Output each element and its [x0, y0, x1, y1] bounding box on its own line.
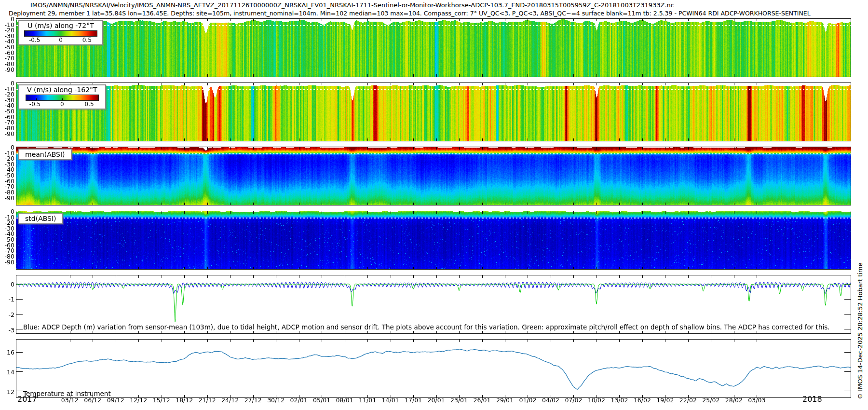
adcp-summary-figure: IMOS/ANMN/NRS/NRSKAI/Velocity/IMOS_ANMN-…: [0, 0, 868, 410]
temperature-panel: Temperature at instrument: [16, 339, 851, 398]
x-tick-label: 25/02: [702, 396, 719, 404]
mean-absi-label: mean(ABSI): [18, 149, 72, 160]
x-tick-label: 19/02: [656, 396, 674, 404]
colorbar-tick-label: 0: [60, 101, 64, 108]
x-tick-label: 09/12: [107, 396, 124, 404]
x-tick-label: 03/12: [61, 396, 79, 404]
colorbar-tick-label: 0: [59, 37, 63, 43]
colorbar-tickmark: [36, 98, 37, 100]
y-tick-label: -90: [0, 130, 14, 137]
y-tick-label: -1: [0, 296, 14, 303]
x-tick-label: 17/01: [405, 396, 422, 404]
v-colorbar-legend: V (m/s) along -162°T -0.5 0 0.5: [18, 84, 106, 109]
v-colorbar-ticklabels: -0.5 0 0.5: [24, 101, 100, 108]
v-velocity-panel: V (m/s) along -162°T -0.5 0 0.5: [16, 82, 851, 141]
y-tick-label: -90: [0, 194, 14, 201]
v-velocity-heatmap: [16, 83, 851, 141]
x-tick-label: 27/12: [244, 396, 262, 404]
imos-watermark: © IMOS 14-Dec-2025 20:28:52 Hobart time: [856, 262, 864, 399]
y-tick-label: -90: [0, 66, 14, 73]
x-tick-label: 15/12: [153, 396, 170, 404]
colorbar-tick-label: -0.5: [29, 101, 41, 108]
colorbar-tickmark: [88, 98, 88, 100]
u-legend-label: U (m/s) along -72°T: [24, 22, 97, 30]
std-absi-heatmap: [16, 211, 851, 269]
x-tick-label: 13/02: [610, 396, 628, 404]
y-tick-label: 0: [0, 280, 14, 287]
x-tick-label: 11/01: [359, 396, 376, 404]
y-tick-label: 16: [0, 349, 14, 356]
y-tick-label: -3: [0, 326, 14, 333]
x-tick-label: 01/02: [519, 396, 536, 404]
x-tick-label: 22/02: [679, 396, 697, 404]
u-colorbar: [24, 30, 97, 37]
depth-variation-panel: Blue: ADCP Depth (m) variation from sens…: [16, 275, 851, 334]
temperature-plot: [16, 340, 851, 397]
x-tick-label: 16/02: [634, 396, 651, 404]
x-tick-label: 04/02: [542, 396, 559, 404]
x-tick-label: 07/02: [565, 396, 582, 404]
v-legend-label: V (m/s) along -162°T: [24, 86, 100, 95]
x-tick-label: 24/12: [221, 396, 239, 404]
y-tick-label: -90: [0, 258, 14, 265]
x-axis-year-start: 2017: [17, 395, 37, 404]
x-tick-label: 05/01: [313, 396, 330, 404]
x-tick-label: 26/01: [473, 396, 490, 404]
colorbar-tickmark: [35, 34, 35, 36]
std-absi-panel: std(ABSI): [16, 211, 851, 270]
x-tick-label: 20/01: [428, 396, 445, 404]
x-tick-label: 28/02: [725, 396, 743, 404]
y-tick-label: 14: [0, 369, 14, 376]
x-tick-label: 02/01: [290, 396, 308, 404]
depth-variation-annotation: Blue: ADCP Depth (m) variation from sens…: [23, 323, 830, 331]
u-colorbar-ticklabels: -0.5 0 0.5: [24, 37, 97, 43]
x-tick-label: 14/01: [382, 396, 399, 404]
colorbar-tick-label: 0.5: [85, 101, 94, 108]
std-absi-label: std(ABSI): [18, 213, 63, 224]
y-tick-label: 12: [0, 388, 14, 395]
mean-absi-panel: mean(ABSI): [16, 147, 851, 205]
x-tick-label: 03/03: [748, 396, 765, 404]
u-colorbar-legend: U (m/s) along -72°T -0.5 0 0.5: [18, 20, 103, 45]
x-tick-label: 10/02: [588, 396, 605, 404]
u-velocity-panel: U (m/s) along -72°T -0.5 0 0.5: [16, 18, 851, 77]
colorbar-tick-label: 0.5: [82, 37, 92, 43]
colorbar-tickmark: [61, 34, 61, 36]
x-tick-label: 12/12: [130, 396, 147, 404]
u-velocity-heatmap: [16, 19, 851, 77]
x-tick-label: 30/12: [267, 396, 285, 404]
mean-absi-heatmap: [16, 147, 851, 205]
x-axis-year-end: 2018: [802, 395, 822, 404]
colorbar-tickmark: [62, 98, 63, 100]
colorbar-tick-label: -0.5: [29, 37, 40, 43]
v-colorbar: [26, 95, 99, 101]
x-tick-label: 29/01: [496, 396, 514, 404]
y-tick-label: -2: [0, 311, 14, 318]
x-tick-label: 21/12: [199, 396, 216, 404]
colorbar-tickmark: [87, 34, 87, 36]
x-tick-label: 18/12: [176, 396, 193, 404]
x-tick-label: 08/01: [336, 396, 353, 404]
x-tick-label: 23/01: [450, 396, 468, 404]
figure-subtitle: Deployment 29, member 1 lat=35.84S lon=1…: [9, 10, 811, 17]
figure-title: IMOS/ANMN/NRS/NRSKAI/Velocity/IMOS_ANMN-…: [30, 1, 674, 9]
x-tick-label: 06/12: [84, 396, 101, 404]
